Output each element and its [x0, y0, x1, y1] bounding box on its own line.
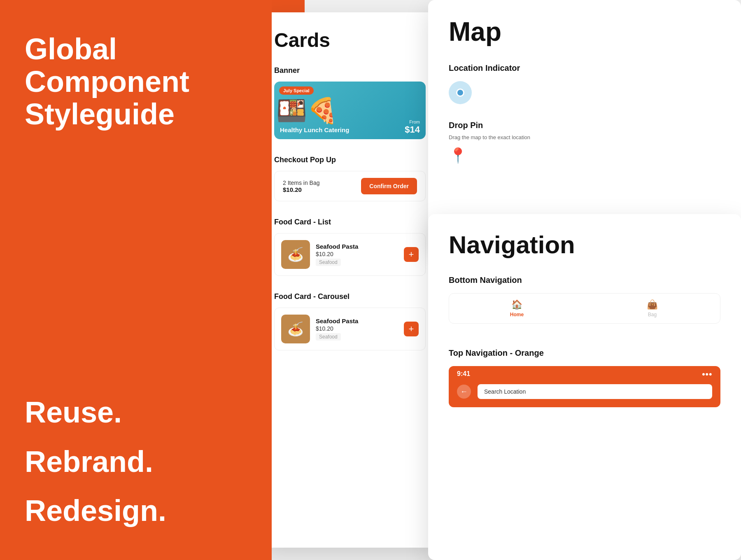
status-icons: ●●●	[702, 371, 712, 377]
top-nav-bar: 9:41 ●●● ← Search Location	[449, 366, 720, 407]
carousel-add-to-cart-button[interactable]: +	[404, 322, 419, 336]
food-carousel-label: Food Card - Carousel	[274, 292, 426, 301]
map-panel: Map Location Indicator Drop Pin Drag the…	[428, 0, 741, 247]
checkout-label: Checkout Pop Up	[274, 156, 426, 164]
left-panel: GlobalComponentStyleguide Reuse. Rebrand…	[0, 0, 272, 560]
checkout-price: $10.20	[283, 186, 320, 193]
food-category: Seafood	[316, 259, 341, 266]
banner-description: Healthy Lunch Catering	[280, 126, 349, 133]
add-to-cart-button[interactable]: +	[404, 247, 419, 262]
location-dot	[456, 89, 464, 97]
status-bar: 9:41 ●●●	[449, 366, 720, 380]
location-indicator	[449, 81, 472, 104]
bottom-nav-label: Bottom Navigation	[449, 275, 720, 285]
right-area: Cards Banner July Special 🍱🍕 Healthy Lun…	[272, 0, 741, 560]
location-indicator-label: Location Indicator	[449, 63, 720, 73]
carousel-food-info: Seafood Pasta $10.20 Seafood	[316, 317, 398, 341]
checkout-info: 2 Items in Bag $10.20	[283, 180, 320, 193]
brand-taglines: Reuse. Rebrand. Redesign.	[25, 396, 247, 527]
food-name: Seafood Pasta	[316, 243, 398, 250]
banner-price: From $14	[405, 119, 420, 135]
food-card-list-item: 🍝 Seafood Pasta $10.20 Seafood +	[274, 233, 426, 276]
home-label: Home	[510, 312, 524, 317]
banner-price-value: $14	[405, 124, 420, 135]
nav-item-bag[interactable]: 👜 Bag	[585, 294, 720, 323]
bag-icon: 👜	[647, 299, 658, 310]
bag-label: Bag	[648, 312, 657, 317]
top-nav-content: ← Search Location	[449, 380, 720, 407]
map-title: Map	[449, 16, 720, 47]
cards-section-title: Cards	[274, 29, 426, 51]
banner-from-label: From	[405, 119, 420, 124]
search-location-bar[interactable]: Search Location	[478, 384, 712, 399]
nav-title: Navigation	[449, 231, 720, 259]
pin-icon: 📍	[449, 147, 720, 164]
home-icon: 🏠	[511, 299, 522, 310]
checkout-items-text: 2 Items in Bag	[283, 180, 320, 186]
tagline-reuse: Reuse.	[25, 396, 247, 429]
carousel-food-price: $10.20	[316, 325, 398, 332]
top-nav-label: Top Navigation - Orange	[449, 348, 720, 358]
food-price: $10.20	[316, 251, 398, 257]
back-button[interactable]: ←	[457, 385, 471, 399]
food-thumbnail: 🍝	[281, 240, 310, 269]
cards-panel: Cards Banner July Special 🍱🍕 Healthy Lun…	[272, 12, 440, 548]
banner-badge: July Special	[279, 86, 314, 95]
food-list-label: Food Card - List	[274, 218, 426, 226]
drag-hint: Drag the map to the exact location	[449, 134, 720, 140]
banner-card: July Special 🍱🍕 Healthy Lunch Catering F…	[274, 82, 426, 139]
nav-item-home[interactable]: 🏠 Home	[449, 294, 585, 323]
nav-panel: Navigation Bottom Navigation 🏠 Home 👜 Ba…	[428, 214, 741, 560]
drop-pin-label: Drop Pin	[449, 121, 720, 130]
bottom-nav-bar: 🏠 Home 👜 Bag	[449, 293, 720, 324]
carousel-food-name: Seafood Pasta	[316, 317, 398, 324]
carousel-food-thumbnail: 🍝	[281, 315, 310, 343]
status-time: 9:41	[457, 370, 470, 378]
food-info: Seafood Pasta $10.20 Seafood	[316, 243, 398, 266]
banner-label: Banner	[274, 66, 426, 75]
brand-title: GlobalComponentStyleguide	[25, 33, 247, 131]
tagline-redesign: Redesign.	[25, 495, 247, 527]
confirm-order-button[interactable]: Confirm Order	[361, 178, 417, 194]
carousel-food-category: Seafood	[316, 333, 341, 341]
food-card-carousel-item: 🍝 Seafood Pasta $10.20 Seafood +	[274, 308, 426, 350]
tagline-rebrand: Rebrand.	[25, 446, 247, 478]
checkout-popup: 2 Items in Bag $10.20 Confirm Order	[274, 171, 426, 201]
